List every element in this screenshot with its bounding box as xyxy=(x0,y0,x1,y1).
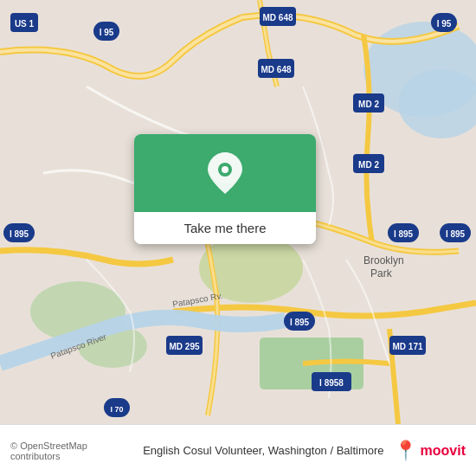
svg-text:I 95: I 95 xyxy=(437,19,452,29)
svg-text:MD 2: MD 2 xyxy=(358,160,379,170)
moovit-logo: 📍 moovit xyxy=(394,440,466,462)
svg-text:I 95: I 95 xyxy=(100,28,114,37)
svg-text:Park: Park xyxy=(370,267,393,280)
svg-text:MD 171: MD 171 xyxy=(392,342,422,351)
popup-card: Take me there xyxy=(134,134,316,244)
svg-text:Brooklyn: Brooklyn xyxy=(363,254,404,267)
map-attribution: © OpenStreetMap contributors xyxy=(10,441,133,461)
svg-text:I 895: I 895 xyxy=(10,229,29,239)
take-me-there-button[interactable]: Take me there xyxy=(134,212,316,244)
svg-text:I 70: I 70 xyxy=(110,405,123,414)
svg-text:MD 2: MD 2 xyxy=(358,100,379,109)
svg-text:MD 648: MD 648 xyxy=(261,65,291,74)
svg-text:I 8958: I 8958 xyxy=(319,378,344,388)
popup-green-area xyxy=(134,134,316,212)
bottom-bar: © OpenStreetMap contributors English Cos… xyxy=(0,424,476,476)
svg-text:MD 648: MD 648 xyxy=(262,13,293,23)
moovit-pin-icon: 📍 xyxy=(394,440,417,462)
svg-point-45 xyxy=(222,166,228,173)
svg-text:US 1: US 1 xyxy=(15,19,35,29)
svg-text:I 895: I 895 xyxy=(446,229,466,239)
location-pin-icon xyxy=(206,151,244,196)
map-container[interactable]: US 1 I 95 MD 648 MD 648 I 95 MD 2 MD 2 I… xyxy=(0,0,476,424)
place-name: English Cosul Volunteer, Washington / Ba… xyxy=(140,444,386,457)
svg-text:MD 295: MD 295 xyxy=(169,342,199,351)
svg-text:I 895: I 895 xyxy=(394,229,414,239)
svg-text:I 895: I 895 xyxy=(290,318,310,327)
moovit-brand-text: moovit xyxy=(421,443,466,459)
